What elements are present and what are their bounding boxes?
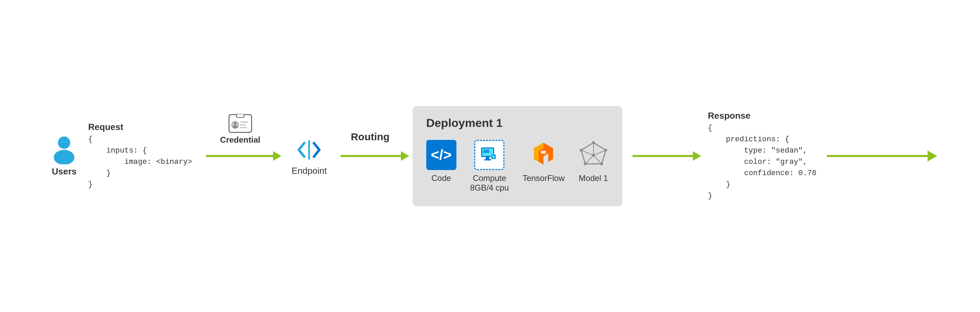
arrow-line-2 — [340, 155, 402, 157]
svg-rect-14 — [484, 159, 491, 160]
left-arrow-section: Users Request { inputs: { image: <binary… — [50, 122, 196, 190]
svg-rect-17 — [492, 155, 495, 158]
arrow-line-3 — [633, 155, 694, 157]
request-block: Request { inputs: { image: <binary> } } — [88, 122, 192, 190]
deployment-icons-row: </> Code — [426, 140, 609, 193]
user-icon — [50, 135, 78, 164]
arrow-line-1 — [206, 155, 274, 157]
svg-rect-15 — [483, 149, 489, 153]
svg-point-0 — [58, 136, 70, 149]
compute-label: Compute 8GB/4 cpu — [470, 173, 509, 193]
svg-point-32 — [600, 163, 603, 165]
tensorflow-icon — [528, 140, 558, 170]
response-label: Response — [708, 111, 816, 121]
svg-point-35 — [592, 154, 595, 157]
svg-point-33 — [584, 163, 587, 165]
svg-line-28 — [602, 150, 606, 164]
arrow-credential-section: Credential — [206, 155, 274, 157]
request-code: { inputs: { image: <binary> } } — [88, 134, 192, 190]
svg-line-24 — [581, 150, 593, 155]
credential-icon — [228, 114, 252, 133]
code-label: Code — [431, 173, 451, 183]
code-brackets-icon: </> — [431, 148, 452, 162]
routing-label: Routing — [351, 131, 390, 143]
deployment-item-tensorflow: TensorFlow — [523, 140, 565, 183]
svg-point-1 — [54, 150, 74, 164]
svg-point-34 — [580, 149, 582, 152]
deployment-item-compute: Compute 8GB/4 cpu — [470, 140, 509, 193]
svg-rect-8 — [240, 124, 246, 125]
svg-rect-9 — [240, 127, 247, 128]
svg-rect-18 — [541, 151, 546, 154]
response-block: Response { predictions: { type: "sedan",… — [708, 111, 816, 201]
arrow-line-3-section — [633, 155, 694, 157]
users-label: Users — [52, 166, 76, 177]
svg-rect-3 — [236, 114, 244, 117]
compute-icon-box — [474, 140, 504, 170]
compute-icon — [479, 145, 500, 165]
svg-point-5 — [234, 122, 236, 125]
svg-line-27 — [581, 150, 585, 164]
svg-line-23 — [585, 155, 593, 164]
diagram-container: Users Request { inputs: { image: <binary… — [0, 0, 980, 312]
model1-label: Model 1 — [579, 173, 608, 183]
deployment-item-model1: Model 1 — [578, 140, 609, 183]
svg-point-6 — [233, 125, 237, 128]
model1-icon — [578, 140, 609, 170]
svg-line-22 — [593, 155, 602, 164]
credential-label: Credential — [220, 135, 260, 145]
svg-line-21 — [593, 150, 606, 155]
endpoint-label: Endpoint — [291, 166, 327, 176]
response-code: { predictions: { type: "sedan", color: "… — [708, 122, 816, 201]
code-icon-box: </> — [426, 140, 457, 170]
endpoint-section: Endpoint — [291, 136, 327, 176]
long-right-arrow — [827, 155, 930, 157]
tensorflow-label: TensorFlow — [523, 173, 565, 183]
svg-rect-7 — [240, 122, 248, 123]
svg-point-31 — [605, 149, 607, 152]
svg-point-30 — [592, 141, 595, 144]
deployment-box: Deployment 1 </> Code — [412, 106, 622, 206]
deployment-title: Deployment 1 — [426, 116, 609, 130]
deployment-item-code: </> Code — [426, 140, 457, 183]
users-section: Users — [50, 135, 78, 177]
response-section: Response { predictions: { type: "sedan",… — [698, 111, 816, 201]
credential-block: Credential — [220, 114, 260, 145]
svg-rect-13 — [486, 157, 489, 159]
arrow-routing-section: Routing — [340, 155, 402, 157]
diagram-inner: Users Request { inputs: { image: <binary… — [50, 106, 929, 206]
svg-line-25 — [593, 143, 606, 150]
endpoint-icon — [295, 136, 323, 163]
request-label: Request — [88, 122, 192, 132]
svg-line-26 — [581, 143, 593, 150]
